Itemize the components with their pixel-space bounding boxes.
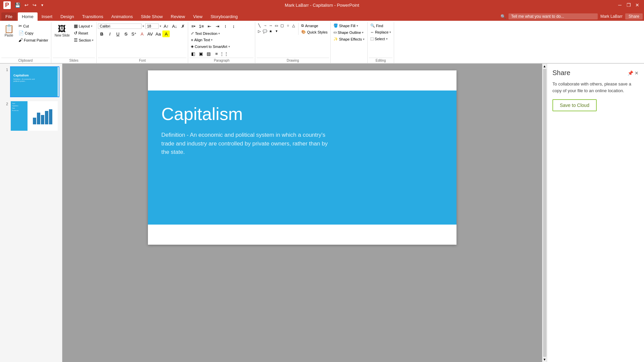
share-panel-title: Share [552, 69, 570, 77]
qat-save-button[interactable]: 💾 [13, 2, 22, 8]
bar-1 [33, 118, 36, 124]
slide-main-body[interactable]: Definition - An economic and political s… [161, 131, 329, 157]
qat-undo-button[interactable]: ↩ [23, 2, 30, 8]
scroll-down-button[interactable]: ▼ [543, 358, 546, 361]
shape-outline-button[interactable]: ▭ Shape Outline ▾ [332, 29, 365, 35]
right-arrow-tool[interactable]: ▷ [257, 28, 262, 34]
scroll-up-button[interactable]: ▲ [543, 64, 546, 68]
share-panel-close-button[interactable]: ✕ [635, 70, 639, 76]
decrease-indent-button[interactable]: ⇤ [206, 23, 213, 29]
quick-styles-button[interactable]: 🎨 Quick Styles [300, 29, 329, 35]
shadow-button[interactable]: S⁺ [130, 31, 138, 37]
tell-me-input[interactable]: Tell me what you want to do... [508, 13, 598, 19]
font-name-dropdown[interactable]: ▾ [143, 24, 144, 28]
tab-storyboarding[interactable]: Storyboarding [207, 12, 242, 21]
shape-fill-icon: 🪣 [333, 23, 338, 28]
slide-preview-2[interactable]: Topic Capitalism Data Economics [10, 101, 59, 131]
slide-thumbnail-1[interactable]: 1 Capitalism Definition - An economic an… [3, 66, 59, 97]
strikethrough-button[interactable]: S [122, 31, 129, 37]
bold-button[interactable]: B [98, 31, 105, 37]
tab-design[interactable]: Design [56, 12, 78, 21]
line-tool[interactable]: ╲ [257, 23, 262, 28]
increase-indent-button[interactable]: ⇥ [214, 23, 221, 29]
underline-button[interactable]: U [114, 31, 121, 37]
select-button[interactable]: ⬚ Select ▾ [369, 36, 389, 42]
qat-customize-button[interactable]: ▼ [39, 3, 45, 8]
font-size-dropdown[interactable]: ▾ [160, 24, 161, 28]
slide-teal-section: Capitalism Definition - An economic and … [148, 90, 457, 225]
save-to-cloud-button[interactable]: Save to Cloud [552, 99, 597, 111]
canvas-area[interactable]: Capitalism Definition - An economic and … [62, 64, 542, 362]
tab-view[interactable]: View [189, 12, 207, 21]
tab-home[interactable]: Home [18, 12, 38, 21]
numbering-button[interactable]: 1≡ [198, 23, 205, 29]
scroll-thumb[interactable] [543, 69, 546, 357]
char-spacing-button[interactable]: AV [146, 31, 154, 37]
decrease-font-button[interactable]: A↓ [171, 23, 178, 29]
tab-animations[interactable]: Animations [107, 12, 137, 21]
format-painter-button[interactable]: 🖌 Format Painter [17, 37, 50, 43]
more-shapes-btn[interactable]: ▼ [274, 28, 279, 34]
arrange-button[interactable]: ⧉ Arrange [300, 23, 329, 28]
rect-tool[interactable]: ▭ [274, 23, 279, 28]
arrow-tool[interactable]: → [262, 23, 268, 28]
tab-transitions[interactable]: Transitions [78, 12, 107, 21]
double-arrow-tool[interactable]: ↔ [268, 23, 273, 28]
paste-button[interactable]: 📋 Paste [1, 23, 16, 39]
star-tool[interactable]: ★ [268, 28, 273, 34]
slide-thumbnail-2[interactable]: 2 Topic Capitalism Data Economics [3, 101, 59, 131]
cut-button[interactable]: ✂ Cut [17, 23, 50, 29]
align-text-button[interactable]: ≡ Align Text ▾ [190, 37, 214, 43]
increase-font-button[interactable]: A↑ [162, 23, 170, 29]
bar-5 [49, 109, 52, 124]
copy-button[interactable]: 📄 Copy [17, 30, 50, 36]
new-slide-button[interactable]: 🖼 New Slide [53, 23, 72, 39]
shape-effects-button[interactable]: ✨ Shape Effects ▾ [332, 36, 366, 42]
justify-button[interactable]: ≡ [213, 50, 220, 57]
align-right-button[interactable]: ▨ [205, 50, 212, 57]
minimize-button[interactable]: ─ [616, 2, 623, 8]
close-button[interactable]: ✕ [634, 2, 641, 8]
shape-fill-button[interactable]: 🪣 Shape Fill ▾ [332, 23, 360, 28]
share-toolbar-button[interactable]: Share [625, 13, 643, 19]
convert-smartart-button[interactable]: ◈ Convert to SmartArt ▾ [190, 44, 231, 49]
highlight-button[interactable]: A [162, 31, 170, 37]
tab-slideshow[interactable]: Slide Show [137, 12, 167, 21]
tab-review[interactable]: Review [167, 12, 189, 21]
qat-redo-button[interactable]: ↪ [31, 2, 38, 8]
callout-tool[interactable]: 💬 [262, 28, 268, 34]
slides-group: 🖼 New Slide ▦ Layout ▾ ↺ Reset ☰ [51, 22, 97, 63]
line-spacing-button[interactable]: ↕ [230, 23, 237, 29]
restore-button[interactable]: ❐ [625, 2, 632, 8]
title-bar: P 💾 ↩ ↪ ▼ Mark LaBarr - Capitalism - Pow… [0, 0, 644, 10]
share-panel-pin-button[interactable]: 📌 [628, 70, 633, 76]
reset-button[interactable]: ↺ Reset [72, 30, 95, 36]
vertical-scrollbar[interactable]: ▲ ▼ [542, 64, 547, 362]
user-account: Mark LaBarr [600, 14, 623, 19]
bullets-button[interactable]: ≡• [190, 23, 197, 29]
powerpoint-logo-icon: P [3, 1, 11, 9]
slide-main-title[interactable]: Capitalism [161, 104, 443, 124]
align-left-button[interactable]: ◧ [190, 50, 197, 57]
tab-file[interactable]: File [1, 12, 16, 21]
slide-preview-1[interactable]: Capitalism Definition - An economic and … [10, 66, 59, 97]
font-color-button[interactable]: A [138, 31, 146, 37]
tab-insert[interactable]: Insert [38, 12, 57, 21]
layout-button[interactable]: ▦ Layout ▾ [72, 23, 95, 29]
rounded-rect-tool[interactable]: ▢ [279, 23, 285, 28]
cols-button[interactable]: ⫶ [222, 23, 229, 29]
find-button[interactable]: 🔍 Find [369, 23, 384, 28]
italic-button[interactable]: I [106, 31, 113, 37]
oval-tool[interactable]: ○ [285, 23, 290, 28]
section-button[interactable]: ☰ Section ▾ [72, 37, 95, 43]
triangle-tool[interactable]: △ [291, 23, 296, 28]
replace-button[interactable]: ↔ Replace ▾ [369, 29, 392, 35]
shape-format-group: 🪣 Shape Fill ▾ ▭ Shape Outline ▾ ✨ Shape… [331, 22, 368, 63]
text-direction-button[interactable]: ⤢ Text Direction ▾ [190, 31, 221, 36]
clear-format-button[interactable]: ✗ [179, 23, 186, 29]
font-size-input[interactable] [145, 23, 159, 29]
font-name-input[interactable] [98, 23, 142, 29]
align-cols-button[interactable]: ⋮⋮ [220, 50, 228, 57]
align-center-button[interactable]: ▣ [197, 50, 205, 57]
change-case-button[interactable]: Aa [154, 31, 162, 37]
